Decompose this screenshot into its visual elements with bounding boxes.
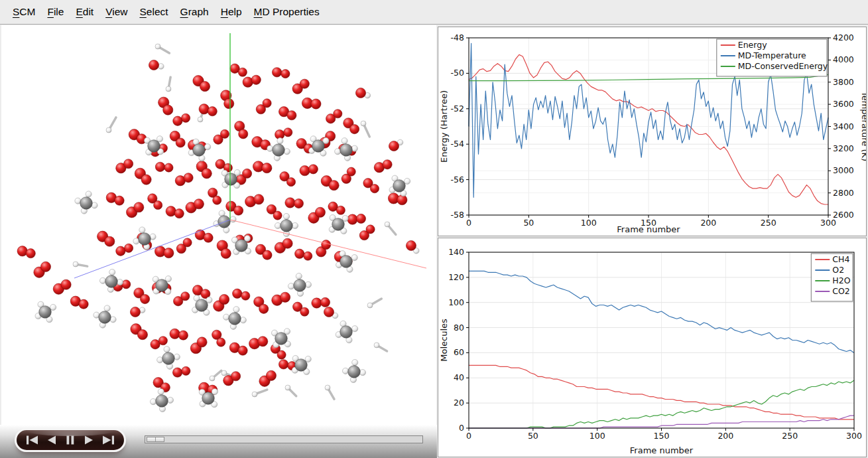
o2-molecule [235,121,248,139]
pause-button[interactable] [62,433,79,447]
menu-item-md-properties[interactable]: MD Properties [248,6,326,18]
legend-label-md-conservedenergy: MD-ConservedEnergy [738,61,828,71]
y2-tick-label: 4200 [833,33,854,42]
o2-molecule [131,324,148,340]
o2-molecule [255,244,272,260]
molecule-viewport[interactable] [1,25,436,425]
x-tick-label: 50 [523,218,534,228]
y2-tick-label: 3800 [833,77,854,87]
hydrogen-stick [325,385,334,399]
step-back-button[interactable] [43,433,60,447]
y-tick-label: 80 [454,323,464,333]
energy-temperature-chart[interactable]: 050100150200250300-48-50-52-54-56-582600… [438,27,866,236]
menubar: SCMFileEditViewSelectGraphHelpMD Propert… [0,0,868,25]
x-tick-label: 100 [581,218,597,228]
o2-molecule [272,68,290,78]
menu-item-scm[interactable]: SCM [7,6,41,18]
oh-fragment [149,60,164,70]
y-tick-label: -48 [451,33,464,42]
x-tick-label: 150 [654,431,670,441]
o2-molecule [196,161,212,178]
triangle-right-icon [83,435,95,445]
o2-molecule [166,206,184,218]
oh-fragment [389,139,403,151]
o2-molecule [190,337,207,354]
y2-tick-label: 3400 [833,121,854,131]
y2-tick-label: 3200 [833,143,854,153]
ch4-molecule [329,214,348,234]
o2-molecule [34,262,51,277]
menu-item-graph[interactable]: Graph [174,6,215,18]
o2-molecule [374,160,392,173]
axis-line-left [74,220,230,278]
menu-item-select[interactable]: Select [133,6,174,18]
oh-fragment [355,88,370,98]
o2-molecule [135,168,151,185]
o2-molecule [259,370,277,386]
o2-molecule [175,173,193,186]
y-tick-label: 140 [448,247,464,257]
oh-fragment [130,307,145,317]
y-tick-label: 20 [454,398,464,408]
energy-temperature-chart-panel: 050100150200250300-48-50-52-54-56-582600… [438,27,867,236]
ch4-molecule [192,295,212,315]
y-axis-label: Molecules [439,319,449,362]
y-tick-label: -54 [451,139,464,149]
y-axis-label: Energy (Hartree) [439,90,449,163]
menu-item-edit[interactable]: Edit [70,6,99,18]
ch4-molecule [335,138,358,161]
o2-molecule [155,246,174,258]
legend-label-co2: CO2 [832,286,850,296]
oh-fragment [324,307,338,318]
o2-molecule [97,231,114,246]
y2-tick-label: 3000 [833,165,854,175]
hydrogen-stick [155,44,169,53]
y2-axis-label: Temperature (K) [860,91,866,161]
o2-molecule [300,165,318,176]
hydrogen-stick [385,222,396,234]
skip-to-end-button[interactable] [99,433,117,447]
o2-molecule [176,238,192,254]
menu-item-file[interactable]: File [41,6,70,18]
frame-slider-thumb[interactable] [147,437,164,442]
ch4-molecule [267,138,290,161]
legend-label-o2: O2 [832,265,844,275]
x-axis-label: Frame number [617,224,680,234]
ch4-molecule [292,355,311,374]
y-tick-label: -52 [451,104,464,114]
o2-molecule [308,207,326,223]
ch4-molecule [336,321,358,343]
o2-molecule [328,202,345,214]
o2-molecule [272,292,290,305]
play-button[interactable] [80,433,97,447]
o2-molecule [173,292,189,306]
legend-label-energy: Energy [738,40,767,50]
o2-molecule [230,64,247,76]
y2-tick-label: 3600 [833,99,854,109]
molecule-count-chart[interactable]: 050100150200250300020406080100120140Fram… [438,238,866,457]
frame-slider-track[interactable] [145,435,423,443]
o2-molecule [221,90,234,109]
o2-molecule [233,289,250,300]
menu-item-view[interactable]: View [99,6,133,18]
menu-item-help[interactable]: Help [215,6,248,18]
o2-molecule [326,110,341,123]
o2-molecule [214,129,229,144]
o2-molecule [312,297,330,308]
o2-molecule [134,288,150,304]
skip-end-icon [101,435,115,445]
o2-molecule [226,201,243,215]
o2-molecule [106,192,124,205]
o2-molecule [292,302,308,316]
skip-to-start-button[interactable] [24,433,41,447]
ch4-molecule [75,191,97,214]
hydrogen-stick [73,262,88,267]
molecule-scene[interactable] [1,25,436,425]
o2-molecule [253,161,272,173]
o2-molecule [158,97,173,115]
o2-molecule [126,202,143,218]
o2-molecule [229,343,247,355]
y-tick-label: -56 [451,175,464,185]
x-tick-label: 250 [782,431,798,441]
o2-molecule [116,244,133,256]
